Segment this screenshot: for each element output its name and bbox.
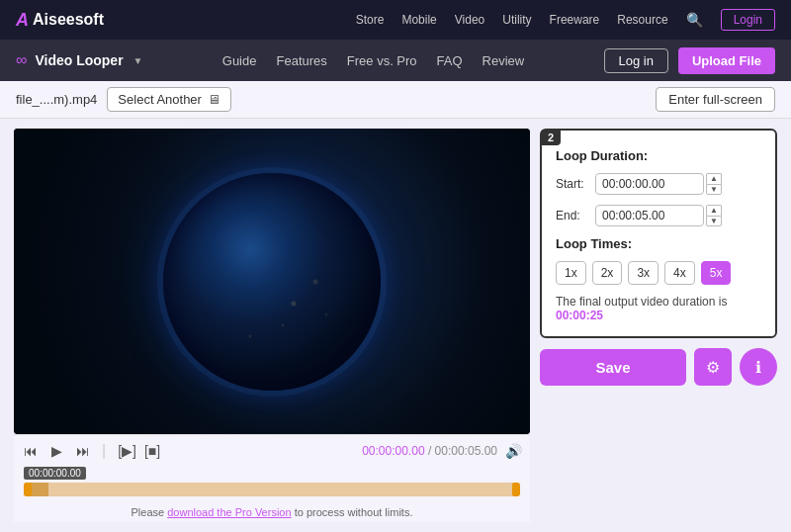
end-field-row: End: ▲ ▼ [556,205,761,226]
start-field-row: Start: ▲ ▼ [556,173,761,195]
earth-glow [163,173,381,391]
progress-bar-container[interactable] [24,483,520,502]
loop-settings-box: 2 Loop Duration: Start: ▲ ▼ End: ▲ ▼ Loo… [540,129,777,338]
loop-times-title: Loop Times: [556,236,761,251]
dropdown-arrow-icon[interactable]: ▼ [133,55,143,66]
second-nav-left: ∞ Video Looper ▼ [16,51,143,69]
progress-handle-right[interactable] [512,483,520,496]
bracket-buttons: [▶] [■] [116,441,162,461]
end-spin-down[interactable]: ▼ [706,216,722,227]
nav-mobile[interactable]: Mobile [401,13,436,27]
end-spin-buttons: ▲ ▼ [706,205,722,226]
pro-version-link[interactable]: download the Pro Version [167,506,291,518]
nav-video[interactable]: Video [455,13,484,27]
fullscreen-button[interactable]: Enter full-screen [656,87,775,112]
loop-times-row: 1x 2x 3x 4x 5x [556,261,761,285]
nav-review[interactable]: Review [483,53,525,68]
output-text: The final output video duration is [556,295,727,309]
nav-free-vs-pro[interactable]: Free vs. Pro [347,53,417,68]
info-button[interactable]: ℹ [740,348,777,386]
nav-guide[interactable]: Guide [222,53,257,68]
file-name: file_....m).mp4 [16,92,97,107]
upload-file-button[interactable]: Upload File [678,47,775,74]
select-another-label: Select Another [118,92,202,107]
volume-icon[interactable]: 🔊 [505,443,522,459]
duration-value: 00:00:25 [556,309,603,322]
gear-icon: ⚙ [706,358,720,377]
start-input[interactable] [595,173,704,195]
save-row: Save ⚙ ℹ [540,348,777,386]
box-badge: 2 [541,130,561,145]
fast-forward-button[interactable]: ⏭ [74,441,92,461]
log-in-button[interactable]: Log in [604,48,668,73]
second-nav-right: Log in Upload File [604,47,775,74]
time-label: 00:00:00.00 [24,467,86,480]
top-nav: A Aiseesoft Store Mobile Video Utility F… [0,0,791,40]
times-3x-button[interactable]: 3x [628,261,659,285]
logo-area: A Aiseesoft [16,10,104,31]
main-content: ⏮ ▶ ⏭ | [▶] [■] 00:00:00.00 / 00:00:05.0… [0,119,791,532]
pro-notice-text-after: to process without limits. [292,506,413,518]
nav-features[interactable]: Features [276,53,326,68]
play-button[interactable]: ▶ [49,441,64,461]
time-display: 00:00:00.00 / 00:00:05.00 [362,444,497,458]
monitor-icon: 🖥 [208,92,220,107]
rewind-button[interactable]: ⏮ [22,441,40,461]
logo-text: Aiseesoft [33,11,104,29]
times-5x-button[interactable]: 5x [701,261,732,285]
select-another-button[interactable]: Select Another 🖥 [107,87,231,112]
toolbar: file_....m).mp4 Select Another 🖥 Enter f… [0,81,791,119]
nav-utility[interactable]: Utility [502,13,531,27]
mark-in-button[interactable]: [▶] [116,441,138,461]
video-container [14,129,530,434]
time-separator: / [428,444,431,458]
end-label: End: [556,209,595,222]
settings-button[interactable]: ⚙ [694,348,732,386]
time-and-volume: 00:00:00.00 / 00:00:05.00 🔊 [362,443,522,459]
search-icon[interactable]: 🔍 [686,12,703,28]
times-4x-button[interactable]: 4x [664,261,695,285]
loop-duration-title: Loop Duration: [556,148,761,163]
info-icon: ℹ [755,358,761,377]
second-nav: ∞ Video Looper ▼ Guide Features Free vs.… [0,40,791,81]
end-spin-up[interactable]: ▲ [706,205,722,216]
progress-handle-left[interactable] [24,483,32,496]
controls-row: ⏮ ▶ ⏭ | [▶] [■] 00:00:00.00 / 00:00:05.0… [22,441,522,461]
loop-icon: ∞ [16,51,27,69]
top-nav-links: Store Mobile Video Utility Freeware Reso… [356,9,775,31]
nav-faq[interactable]: FAQ [437,53,463,68]
times-2x-button[interactable]: 2x [592,261,623,285]
total-time: 00:00:05.00 [435,444,497,458]
start-spin-buttons: ▲ ▼ [706,173,722,195]
earth-lights [163,173,381,391]
output-duration: The final output video duration is 00:00… [556,295,761,322]
logo-icon: A [16,10,29,31]
mark-out-button[interactable]: [■] [142,441,162,461]
pro-notice-text-before: Please [132,506,168,518]
toolbar-left: file_....m).mp4 Select Another 🖥 [16,87,231,112]
login-button[interactable]: Login [721,9,775,31]
controls-divider: | [102,442,106,460]
start-spin-down[interactable]: ▼ [706,184,722,196]
start-spin-up[interactable]: ▲ [706,173,722,184]
right-panel: 2 Loop Duration: Start: ▲ ▼ End: ▲ ▼ Loo… [540,129,777,522]
video-controls: ⏮ ▶ ⏭ | [▶] [■] 00:00:00.00 / 00:00:05.0… [14,434,530,522]
pro-notice: Please download the Pro Version to proce… [22,506,522,518]
progress-track[interactable] [24,483,520,496]
app-title: Video Looper [35,52,123,68]
time-label-row: 00:00:00.00 [22,465,522,483]
nav-resource[interactable]: Resource [617,13,667,27]
nav-store[interactable]: Store [356,13,385,27]
second-nav-links: Guide Features Free vs. Pro FAQ Review [222,53,524,68]
controls-left: ⏮ ▶ ⏭ | [▶] [■] [22,441,162,461]
video-section: ⏮ ▶ ⏭ | [▶] [■] 00:00:00.00 / 00:00:05.0… [14,129,530,522]
end-input[interactable] [595,205,704,226]
video-earth [14,129,530,434]
current-time: 00:00:00.00 [362,444,424,458]
nav-freeware[interactable]: Freeware [550,13,600,27]
times-1x-button[interactable]: 1x [556,261,586,285]
start-label: Start: [556,177,595,191]
save-button[interactable]: Save [540,349,686,386]
